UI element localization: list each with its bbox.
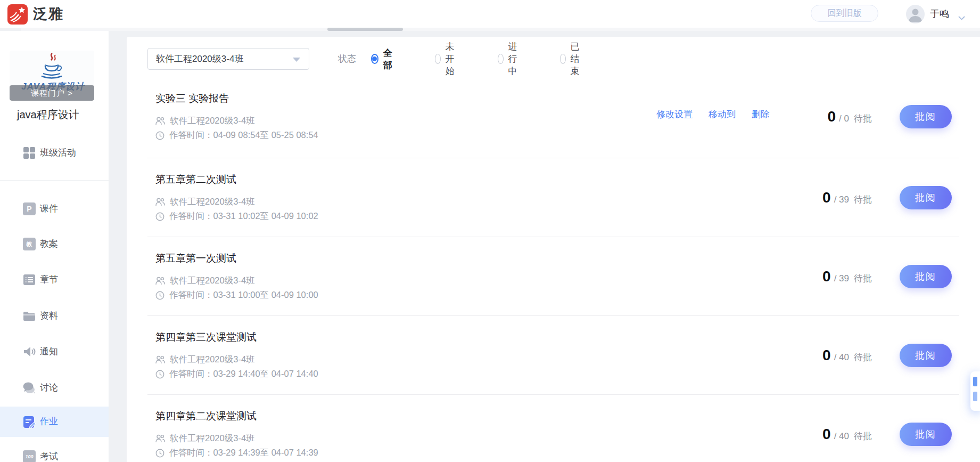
clock-icon bbox=[155, 370, 164, 379]
radio-circle bbox=[560, 54, 566, 64]
sidebar-item-homework[interactable]: 作业 bbox=[0, 407, 109, 437]
sidebar-item-chapters[interactable]: 章节 bbox=[0, 265, 109, 295]
review-button[interactable]: 批阅 bbox=[900, 344, 952, 367]
radio-option-ended[interactable]: 已结束 bbox=[560, 48, 584, 70]
back-to-old-version-button[interactable]: 回到旧版 bbox=[811, 5, 878, 22]
assignment-class: 软件工程2020级3-4班 bbox=[170, 433, 255, 444]
review-button[interactable]: 批阅 bbox=[900, 423, 952, 446]
action-link[interactable]: 删除 bbox=[752, 108, 770, 120]
assignment-time-label: 作答时间： bbox=[169, 210, 213, 222]
radio-option-not-started[interactable]: 未开始 bbox=[435, 48, 459, 70]
assignment-stats: 0 / 39 待批 bbox=[787, 189, 872, 206]
assignment-time-label: 作答时间： bbox=[169, 368, 213, 380]
filter-bar: 软件工程2020级3-4班 状态 全部 未开始 进行中 已结束 bbox=[127, 37, 980, 70]
class-select-value: 软件工程2020级3-4班 bbox=[156, 54, 243, 64]
caret-down-icon bbox=[293, 58, 300, 62]
assignment-row: 实验三 实验报告 软件工程2020级3-4班 作答时间：04-09 08:54至… bbox=[147, 70, 959, 158]
assignment-title[interactable]: 第五章第一次测试 bbox=[155, 252, 787, 265]
assignment-class: 软件工程2020级3-4班 bbox=[170, 354, 255, 366]
sidebar-item-notifications[interactable]: 通知 bbox=[0, 337, 109, 367]
people-icon bbox=[155, 198, 165, 206]
status-label: 状态 bbox=[338, 48, 356, 70]
sidebar-item-class-activity[interactable]: 班级活动 bbox=[0, 138, 109, 168]
homework-pencil-icon bbox=[23, 415, 36, 428]
sidebar-item-lesson-plan[interactable]: 教 教案 bbox=[0, 229, 109, 259]
radio-circle bbox=[371, 54, 378, 64]
sidebar-item-courseware[interactable]: P 课件 bbox=[0, 194, 109, 224]
assignment-time-label: 作答时间： bbox=[169, 289, 213, 301]
horizontal-scrollbar-track[interactable] bbox=[21, 28, 980, 31]
radio-option-all[interactable]: 全部 bbox=[371, 48, 395, 70]
chevron-down-icon[interactable] bbox=[958, 13, 965, 22]
course-title: java程序设计 bbox=[17, 108, 79, 122]
assignment-title[interactable]: 实验三 实验报告 bbox=[155, 92, 787, 106]
course-portal-overlay[interactable]: 课程门户 > bbox=[10, 85, 94, 101]
assignment-row: 第五章第二次测试 软件工程2020级3-4班 作答时间：03-31 10:02至… bbox=[147, 158, 959, 237]
total-count: / 40 bbox=[834, 352, 849, 363]
assignment-time: 03-29 14:40至 04-07 14:40 bbox=[213, 368, 318, 380]
action-link[interactable]: 修改设置 bbox=[656, 108, 693, 120]
assignment-list: 实验三 实验报告 软件工程2020级3-4班 作答时间：04-09 08:54至… bbox=[127, 70, 980, 462]
assignment-time: 03-29 14:39至 04-07 14:39 bbox=[213, 447, 318, 459]
action-link[interactable]: 移动到 bbox=[709, 108, 736, 120]
review-button[interactable]: 批阅 bbox=[900, 265, 952, 288]
java-logo-icon bbox=[37, 52, 66, 83]
clock-icon bbox=[155, 212, 164, 221]
clock-icon bbox=[155, 131, 164, 140]
total-count: / 39 bbox=[834, 194, 849, 205]
radio-circle bbox=[435, 54, 441, 64]
folder-icon bbox=[23, 310, 36, 322]
fanya-logo-icon[interactable] bbox=[7, 4, 28, 25]
assignment-time-label: 作答时间： bbox=[169, 129, 213, 141]
done-count: 0 bbox=[822, 268, 831, 285]
pending-label: 待批 bbox=[854, 430, 872, 442]
total-count: / 40 bbox=[834, 431, 849, 442]
assignment-time: 03-31 10:02至 04-09 10:02 bbox=[213, 210, 318, 222]
avatar[interactable] bbox=[906, 5, 925, 23]
user-name[interactable]: 于鸣 bbox=[930, 0, 949, 28]
assignment-time-label: 作答时间： bbox=[169, 447, 213, 459]
clock-icon bbox=[155, 291, 164, 300]
people-icon bbox=[155, 355, 165, 364]
assignment-time: 03-31 10:00至 04-09 10:00 bbox=[213, 289, 318, 301]
total-count: / 39 bbox=[834, 273, 849, 284]
horizontal-scrollbar-thumb[interactable] bbox=[327, 28, 403, 31]
assignment-actions: 修改设置移动到删除 bbox=[656, 108, 770, 120]
lesson-file-icon: 教 bbox=[23, 238, 36, 250]
assignment-row: 第四章第二次课堂测试 软件工程2020级3-4班 作答时间：03-29 14:3… bbox=[147, 395, 959, 462]
assignment-title[interactable]: 第四章第三次课堂测试 bbox=[155, 330, 787, 344]
assignment-stats: 0 / 40 待批 bbox=[787, 347, 872, 364]
exam-score-icon: 100 bbox=[23, 450, 36, 462]
review-button[interactable]: 批阅 bbox=[900, 105, 952, 128]
people-icon bbox=[155, 434, 165, 443]
list-icon bbox=[23, 273, 36, 286]
radio-option-in-progress[interactable]: 进行中 bbox=[498, 48, 522, 70]
radio-circle bbox=[498, 54, 504, 64]
floating-sidebar-widget[interactable] bbox=[970, 371, 980, 411]
chat-bubbles-icon bbox=[23, 382, 36, 394]
assignment-title[interactable]: 第四章第二次课堂测试 bbox=[155, 409, 787, 423]
people-icon bbox=[155, 117, 165, 125]
assignment-class: 软件工程2020级3-4班 bbox=[170, 196, 255, 208]
assignment-row: 第五章第一次测试 软件工程2020级3-4班 作答时间：03-31 10:00至… bbox=[147, 237, 959, 316]
sidebar-item-discussion[interactable]: 讨论 bbox=[0, 373, 109, 403]
grid-icon bbox=[23, 147, 36, 159]
sidebar-divider bbox=[0, 180, 109, 181]
pending-label: 待批 bbox=[854, 112, 872, 125]
course-sidebar: JAVA程序设计 课程门户 > java程序设计 班级活动 P 课件 教 教案 … bbox=[0, 31, 109, 462]
pending-label: 待批 bbox=[854, 351, 872, 363]
review-button[interactable]: 批阅 bbox=[900, 186, 952, 209]
total-count: / 0 bbox=[839, 114, 849, 124]
done-count: 0 bbox=[822, 426, 831, 443]
pending-label: 待批 bbox=[854, 272, 872, 285]
class-select[interactable]: 软件工程2020级3-4班 bbox=[147, 48, 309, 70]
top-header: 泛雅 回到旧版 于鸣 bbox=[0, 0, 980, 28]
pending-label: 待批 bbox=[854, 193, 872, 206]
assignment-title[interactable]: 第五章第二次测试 bbox=[155, 173, 787, 187]
sidebar-item-materials[interactable]: 资料 bbox=[0, 301, 109, 331]
course-image[interactable]: JAVA程序设计 课程门户 > bbox=[10, 51, 94, 101]
assignment-stats: 0 / 40 待批 bbox=[787, 426, 872, 443]
assignment-class: 软件工程2020级3-4班 bbox=[170, 115, 255, 127]
done-count: 0 bbox=[828, 108, 836, 125]
sidebar-item-exam[interactable]: 100 考试 bbox=[0, 442, 109, 462]
